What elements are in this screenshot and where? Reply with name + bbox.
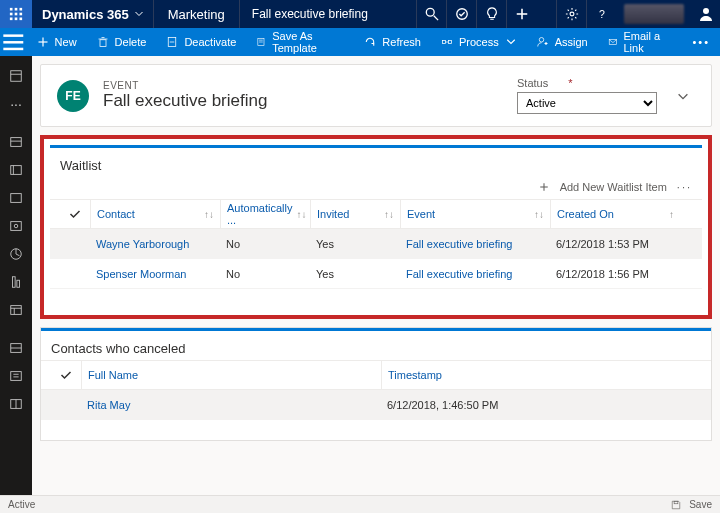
add-waitlist-item[interactable]: Add New Waitlist Item <box>560 181 667 193</box>
col-fullname[interactable]: Full Name <box>81 361 381 389</box>
assign-button[interactable]: Assign <box>527 28 598 56</box>
save-icon <box>671 500 681 510</box>
event-link[interactable]: Fall executive briefing <box>400 259 550 288</box>
save-as-template-label: Save As Template <box>272 30 344 54</box>
col-invited[interactable]: Invited↑↓ <box>310 200 400 228</box>
svg-point-44 <box>14 224 18 228</box>
nav-item-4[interactable] <box>0 184 32 212</box>
nav-item-10[interactable] <box>0 362 32 390</box>
nav-item-2[interactable] <box>0 128 32 156</box>
svg-rect-6 <box>10 18 13 21</box>
nav-item-1[interactable] <box>0 62 32 90</box>
cell-created: 6/12/2018 1:56 PM <box>550 259 680 288</box>
email-link-label: Email a Link <box>623 30 672 54</box>
deactivate-button[interactable]: Deactivate <box>156 28 246 56</box>
cell-created: 6/12/2018 1:53 PM <box>550 229 680 258</box>
svg-rect-38 <box>11 138 22 147</box>
refresh-button[interactable]: Refresh <box>354 28 431 56</box>
save-as-template-button[interactable]: Save As Template <box>246 28 354 56</box>
product-brand-label: Dynamics 365 <box>42 7 129 22</box>
waitlist-title: Waitlist <box>50 148 702 177</box>
nav-item-6[interactable] <box>0 240 32 268</box>
col-contact[interactable]: Contact↑↓ <box>90 200 220 228</box>
delete-button[interactable]: Delete <box>87 28 157 56</box>
nav-item-9[interactable] <box>0 334 32 362</box>
entity-type: EVENT <box>103 80 267 91</box>
breadcrumb[interactable]: Fall executive briefing <box>240 0 380 28</box>
svg-point-9 <box>426 8 434 16</box>
svg-rect-36 <box>11 71 22 82</box>
email-link-button[interactable]: Email a Link <box>598 28 683 56</box>
module-name[interactable]: Marketing <box>154 0 240 28</box>
svg-rect-1 <box>15 8 18 11</box>
app-launcher[interactable] <box>0 0 32 28</box>
record-avatar: FE <box>57 80 89 112</box>
svg-rect-46 <box>13 277 16 288</box>
col-auto[interactable]: Automatically ...↑↓ <box>220 200 310 228</box>
cell-timestamp: 6/12/2018, 1:46:50 PM <box>381 390 701 419</box>
form-header: FE EVENT Fall executive briefing Status*… <box>40 64 712 127</box>
svg-point-34 <box>539 38 544 43</box>
event-link[interactable]: Fall executive briefing <box>400 229 550 258</box>
svg-rect-7 <box>15 18 18 21</box>
chevron-down-icon <box>505 36 517 48</box>
required-indicator: * <box>568 77 572 89</box>
new-button[interactable]: New <box>27 28 87 56</box>
canceled-row[interactable]: Rita May 6/12/2018, 1:46:50 PM <box>41 390 711 420</box>
product-brand[interactable]: Dynamics 365 <box>32 0 154 28</box>
col-created[interactable]: Created On↑ <box>550 200 680 228</box>
svg-rect-40 <box>11 166 22 175</box>
svg-rect-43 <box>11 222 22 231</box>
nav-item-8[interactable] <box>0 296 32 324</box>
nav-item-5[interactable] <box>0 212 32 240</box>
waitlist-row[interactable]: Spenser Moorman No Yes Fall executive br… <box>50 259 702 289</box>
svg-rect-53 <box>11 372 22 381</box>
cell-auto: No <box>220 229 310 258</box>
canceled-header-row: Full Name Timestamp <box>41 360 711 390</box>
add-icon[interactable] <box>506 0 536 28</box>
task-icon[interactable] <box>446 0 476 28</box>
lightbulb-icon[interactable] <box>476 0 506 28</box>
status-select[interactable]: Active <box>517 92 657 114</box>
record-state: Active <box>8 499 35 510</box>
gear-icon[interactable] <box>556 0 586 28</box>
svg-rect-48 <box>11 306 22 315</box>
module-label: Marketing <box>168 7 225 22</box>
fullname-link[interactable]: Rita May <box>81 390 381 419</box>
process-button[interactable]: Process <box>431 28 527 56</box>
nav-item-11[interactable] <box>0 390 32 418</box>
col-event[interactable]: Event↑↓ <box>400 200 550 228</box>
nav-collapse[interactable] <box>0 29 27 56</box>
nav-item-7[interactable] <box>0 268 32 296</box>
waitlist-row[interactable]: Wayne Yarborough No Yes Fall executive b… <box>50 229 702 259</box>
waitlist-more[interactable]: ··· <box>677 181 692 193</box>
svg-rect-31 <box>442 41 445 44</box>
user-avatar[interactable] <box>692 0 720 28</box>
contact-link[interactable]: Spenser Moorman <box>90 259 220 288</box>
more-commands[interactable]: ••• <box>682 28 720 56</box>
status-label: Status <box>517 77 548 89</box>
record-title: Fall executive briefing <box>103 91 267 111</box>
canceled-title: Contacts who canceled <box>41 331 711 360</box>
svg-rect-47 <box>17 280 20 287</box>
nav-item-3[interactable] <box>0 156 32 184</box>
chevron-down-icon <box>135 10 143 18</box>
svg-rect-60 <box>674 501 678 504</box>
col-timestamp[interactable]: Timestamp <box>381 361 701 389</box>
help-icon[interactable]: ? <box>586 0 616 28</box>
expand-header[interactable] <box>671 89 695 103</box>
check-icon <box>60 369 72 381</box>
nav-rail: ··· <box>0 56 32 495</box>
search-icon[interactable] <box>416 0 446 28</box>
cell-auto: No <box>220 259 310 288</box>
svg-rect-2 <box>20 8 23 11</box>
svg-line-10 <box>433 16 437 20</box>
svg-rect-3 <box>10 13 13 16</box>
nav-more-upper[interactable]: ··· <box>10 90 22 118</box>
delete-label: Delete <box>115 36 147 48</box>
waitlist-header-row: Contact↑↓ Automatically ...↑↓ Invited↑↓ … <box>50 199 702 229</box>
user-name[interactable] <box>624 4 684 24</box>
contact-link[interactable]: Wayne Yarborough <box>90 229 220 258</box>
new-label: New <box>55 36 77 48</box>
save-button[interactable]: Save <box>689 499 712 510</box>
